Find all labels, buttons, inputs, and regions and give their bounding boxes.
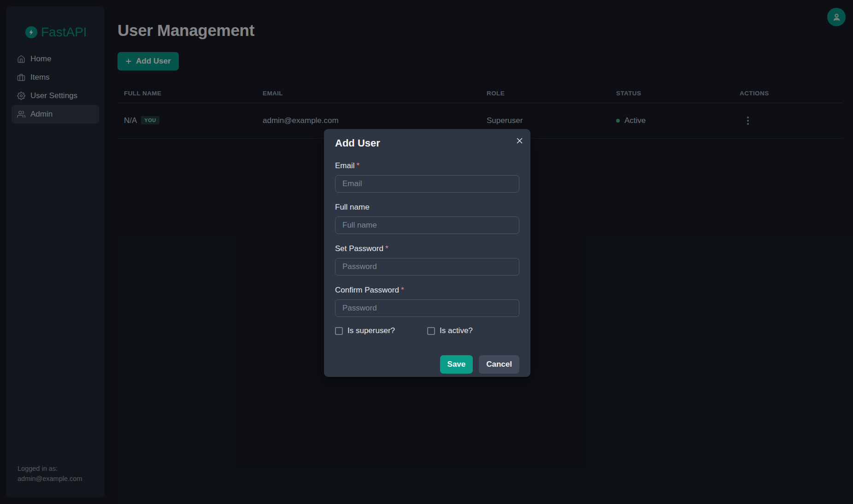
set-password-label: Set Password* [335, 244, 519, 253]
full-name-field-group: Full name [335, 203, 519, 234]
set-password-field-group: Set Password* [335, 244, 519, 275]
app-window: FastAPI Home Items User Settings [0, 0, 853, 504]
modal-footer: Save Cancel [335, 355, 519, 374]
confirm-password-field-group: Confirm Password* [335, 286, 519, 317]
add-user-modal: Add User Email* Full name Set Password* … [324, 129, 530, 377]
is-superuser-checkbox[interactable]: Is superuser? [335, 326, 427, 335]
email-field-group: Email* [335, 161, 519, 193]
checkbox-icon [335, 327, 343, 335]
full-name-label: Full name [335, 203, 519, 211]
set-password-input[interactable] [335, 258, 519, 275]
is-active-label: Is active? [440, 326, 473, 335]
is-superuser-label: Is superuser? [347, 326, 395, 335]
save-button[interactable]: Save [440, 355, 473, 374]
required-indicator: * [357, 161, 360, 170]
email-label: Email* [335, 161, 519, 170]
modal-title: Add User [335, 137, 519, 149]
is-active-checkbox[interactable]: Is active? [427, 326, 473, 335]
confirm-password-input[interactable] [335, 299, 519, 317]
required-indicator: * [401, 286, 404, 294]
close-icon [516, 137, 523, 144]
confirm-password-label: Confirm Password* [335, 286, 519, 294]
checkbox-icon [427, 327, 435, 335]
required-indicator: * [385, 244, 388, 253]
checkbox-row: Is superuser? Is active? [335, 326, 519, 335]
cancel-button[interactable]: Cancel [479, 355, 519, 374]
email-input[interactable] [335, 175, 519, 193]
close-button[interactable] [514, 135, 524, 146]
full-name-input[interactable] [335, 217, 519, 234]
